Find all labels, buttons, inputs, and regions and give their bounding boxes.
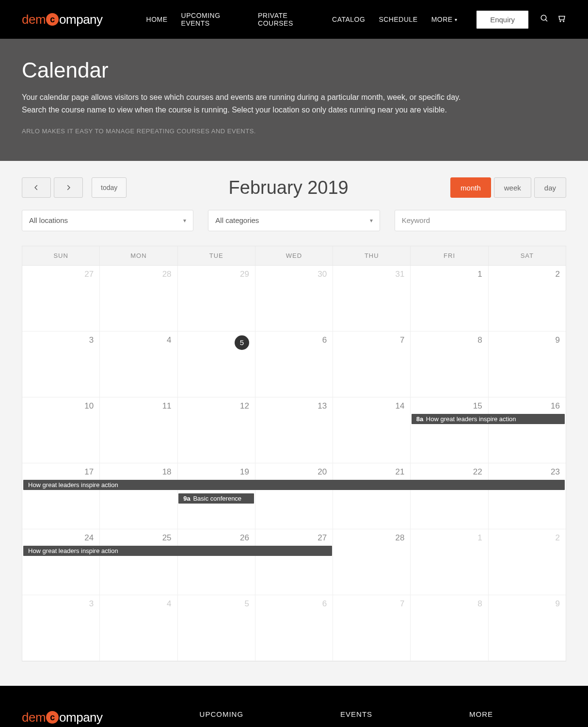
calendar-cell[interactable]: 11 bbox=[100, 397, 177, 463]
calendar-cell[interactable]: 25 bbox=[100, 529, 177, 595]
calendar-cell[interactable]: 12 bbox=[178, 397, 255, 463]
calendar-cell[interactable]: 17 bbox=[22, 463, 100, 529]
hero-banner: Calendar Your calendar page allows visit… bbox=[0, 39, 588, 161]
category-select[interactable]: All categories bbox=[208, 210, 380, 231]
day-number: 13 bbox=[261, 401, 327, 411]
nav-more[interactable]: MORE ▾ bbox=[431, 12, 458, 27]
main-nav: HOME UPCOMING EVENTS PRIVATE COURSES CAT… bbox=[146, 12, 458, 27]
calendar-cell[interactable]: 6 bbox=[255, 595, 333, 661]
view-month-button[interactable]: month bbox=[450, 177, 491, 198]
nav-private-courses[interactable]: PRIVATE COURSES bbox=[258, 12, 318, 27]
calendar-cell[interactable]: 9 bbox=[489, 332, 566, 397]
calendar-cell[interactable]: 28 bbox=[333, 529, 411, 595]
calendar-grid: SUN MON TUE WED THU FRI SAT 272829303112… bbox=[22, 246, 566, 662]
footer-col-events: EVENTS bbox=[340, 710, 372, 718]
day-number: 26 bbox=[184, 533, 249, 543]
enquiry-button[interactable]: Enquiry bbox=[477, 11, 528, 29]
calendar-cell[interactable]: 5 bbox=[178, 595, 255, 661]
calendar-title: February 2019 bbox=[229, 177, 349, 198]
day-number: 3 bbox=[28, 335, 94, 345]
event-bar[interactable]: 9a Basic conference bbox=[178, 493, 254, 504]
calendar-cell[interactable]: 14 bbox=[333, 397, 411, 463]
day-number: 30 bbox=[261, 269, 327, 279]
calendar-cell[interactable]: 8 bbox=[411, 332, 488, 397]
calendar-cell[interactable]: 20 bbox=[255, 463, 333, 529]
event-bar[interactable]: 8a How great leaders inspire action bbox=[412, 414, 565, 424]
day-number: 3 bbox=[28, 599, 94, 609]
nav-more-label: MORE bbox=[431, 16, 453, 23]
calendar-row: 3456789 bbox=[22, 332, 566, 397]
day-number: 14 bbox=[339, 401, 404, 411]
day-number: 15 bbox=[416, 401, 482, 411]
chevron-down-icon: ▾ bbox=[455, 17, 458, 22]
calendar-cell[interactable]: 10 bbox=[22, 397, 100, 463]
calendar-row: 3456789 bbox=[22, 595, 566, 661]
calendar-cell[interactable]: 31 bbox=[333, 266, 411, 331]
next-month-button[interactable] bbox=[54, 177, 83, 198]
day-header-sun: SUN bbox=[22, 246, 100, 265]
day-number: 1 bbox=[416, 533, 482, 543]
calendar-cell[interactable]: 4 bbox=[100, 595, 177, 661]
view-week-button[interactable]: week bbox=[494, 177, 531, 198]
footer-col-upcoming: UPCOMING bbox=[200, 710, 244, 718]
calendar-cell[interactable]: 8 bbox=[411, 595, 488, 661]
location-select[interactable]: All locations bbox=[22, 210, 193, 231]
calendar-cell[interactable]: 7 bbox=[333, 332, 411, 397]
day-number: 16 bbox=[494, 401, 560, 411]
calendar-cell[interactable]: 13 bbox=[255, 397, 333, 463]
calendar-cell[interactable]: 5 bbox=[178, 332, 255, 397]
nav-catalog[interactable]: CATALOG bbox=[332, 12, 365, 27]
view-day-button[interactable]: day bbox=[534, 177, 566, 198]
calendar-cell[interactable]: 24 bbox=[22, 529, 100, 595]
event-bar[interactable]: How great leaders inspire action bbox=[23, 480, 565, 490]
calendar-cell[interactable]: 2 bbox=[489, 266, 566, 331]
nav-upcoming-events[interactable]: UPCOMING EVENTS bbox=[181, 12, 244, 27]
calendar-cell[interactable]: 22 bbox=[411, 463, 488, 529]
day-number: 12 bbox=[184, 401, 249, 411]
keyword-input[interactable] bbox=[395, 210, 566, 231]
calendar-cell[interactable]: 16 bbox=[489, 397, 566, 463]
calendar-cell[interactable]: 21 bbox=[333, 463, 411, 529]
calendar-cell[interactable]: 15 bbox=[411, 397, 488, 463]
event-title: How great leaders inspire action bbox=[28, 481, 118, 489]
day-number: 28 bbox=[106, 269, 171, 279]
calendar-cell[interactable]: 2 bbox=[489, 529, 566, 595]
calendar-cell[interactable]: 3 bbox=[22, 332, 100, 397]
calendar-cell[interactable]: 6 bbox=[255, 332, 333, 397]
nav-schedule[interactable]: SCHEDULE bbox=[379, 12, 417, 27]
calendar-cell[interactable]: 1 bbox=[411, 529, 488, 595]
logo[interactable]: dem c ompany bbox=[22, 12, 103, 27]
calendar-cell[interactable]: 3 bbox=[22, 595, 100, 661]
calendar-cell[interactable]: 27 bbox=[255, 529, 333, 595]
day-number: 27 bbox=[261, 533, 327, 543]
prev-month-button[interactable] bbox=[22, 177, 51, 198]
footer-logo-dem: dem bbox=[22, 710, 46, 725]
today-button[interactable]: today bbox=[92, 177, 127, 198]
event-bar[interactable]: How great leaders inspire action bbox=[23, 546, 332, 556]
calendar-cell[interactable]: 7 bbox=[333, 595, 411, 661]
day-number: 9 bbox=[494, 599, 560, 609]
cart-icon[interactable] bbox=[557, 14, 566, 25]
calendar-cell[interactable]: 27 bbox=[22, 266, 100, 331]
footer-logo[interactable]: dem c ompany bbox=[22, 710, 103, 725]
calendar-cell[interactable]: 28 bbox=[100, 266, 177, 331]
calendar-cell[interactable]: 23 bbox=[489, 463, 566, 529]
footer-col-more: MORE bbox=[469, 710, 493, 718]
calendar-cell[interactable]: 1 bbox=[411, 266, 488, 331]
day-number: 1 bbox=[416, 269, 482, 279]
calendar-cell[interactable]: 30 bbox=[255, 266, 333, 331]
calendar-cell[interactable]: 26 bbox=[178, 529, 255, 595]
day-header-mon: MON bbox=[100, 246, 177, 265]
calendar-cell[interactable]: 18 bbox=[100, 463, 177, 529]
top-navbar: dem c ompany HOME UPCOMING EVENTS PRIVAT… bbox=[0, 0, 588, 39]
calendar-cell[interactable]: 4 bbox=[100, 332, 177, 397]
page-title: Calendar bbox=[22, 58, 566, 82]
event-title: How great leaders inspire action bbox=[28, 547, 118, 554]
nav-home[interactable]: HOME bbox=[146, 12, 168, 27]
svg-line-1 bbox=[545, 19, 547, 21]
search-icon[interactable] bbox=[540, 14, 549, 25]
day-number: 19 bbox=[184, 467, 249, 477]
chevron-right-icon bbox=[65, 184, 72, 191]
calendar-cell[interactable]: 9 bbox=[489, 595, 566, 661]
calendar-cell[interactable]: 29 bbox=[178, 266, 255, 331]
